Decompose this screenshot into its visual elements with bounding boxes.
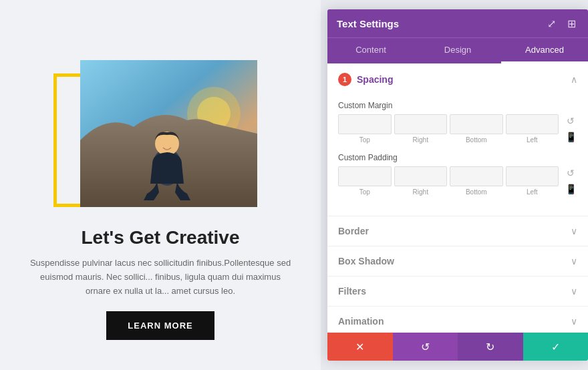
- box-shadow-section: Box Shadow ∨: [327, 246, 588, 276]
- padding-inputs: Top Right Bottom: [338, 166, 559, 196]
- tab-advanced[interactable]: Advanced: [501, 38, 588, 63]
- custom-margin-group: Custom Margin Top Right: [338, 101, 577, 144]
- grid-icon[interactable]: ⊞: [564, 16, 579, 31]
- margin-top-label: Top: [359, 136, 370, 144]
- animation-section: Animation ∨: [327, 307, 588, 333]
- custom-padding-group: Custom Padding Top Right: [338, 153, 577, 196]
- settings-panel: Text Settings ⤢ ⊞ Content Design Advance…: [327, 9, 588, 361]
- custom-padding-label: Custom Padding: [338, 153, 577, 162]
- margin-bottom-wrap: Bottom: [450, 114, 503, 144]
- margin-right-wrap: Right: [394, 114, 448, 144]
- padding-bottom-input[interactable]: [450, 166, 503, 186]
- filters-section-header[interactable]: Filters ∨: [327, 276, 588, 306]
- margin-right-label: Right: [413, 136, 428, 144]
- margin-left-wrap: Left: [506, 114, 559, 144]
- photo-container: [63, 60, 257, 214]
- padding-top-wrap: Top: [338, 166, 392, 196]
- margin-right-input[interactable]: [394, 114, 448, 134]
- spacing-title-row: 1 Spacing: [338, 73, 393, 86]
- preview-text-area: Let's Get Creative Suspendisse pulvinar …: [0, 214, 321, 340]
- padding-reset-icon[interactable]: ↺: [564, 166, 577, 180]
- panel-tabs: Content Design Advanced: [327, 37, 588, 63]
- padding-inputs-row: Top Right Bottom: [338, 166, 577, 196]
- margin-left-label: Left: [527, 136, 538, 144]
- padding-right-label: Right: [413, 188, 428, 196]
- animation-section-title: Animation: [338, 316, 384, 327]
- box-shadow-section-header[interactable]: Box Shadow ∨: [327, 246, 588, 276]
- redo-icon: ↻: [486, 341, 494, 353]
- cancel-icon: ✕: [355, 341, 364, 353]
- filters-section-title: Filters: [338, 286, 366, 297]
- box-shadow-title-row: Box Shadow: [338, 256, 394, 266]
- margin-bottom-label: Bottom: [466, 136, 487, 144]
- padding-bottom-wrap: Bottom: [450, 166, 503, 196]
- padding-device-icon[interactable]: 📱: [564, 182, 577, 196]
- panel-content: 1 Spacing ∧ Custom Margin Top: [327, 63, 588, 333]
- padding-left-label: Left: [527, 188, 538, 196]
- padding-top-input[interactable]: [338, 166, 392, 186]
- margin-top-input[interactable]: [338, 114, 392, 134]
- save-button[interactable]: ✓: [523, 333, 589, 361]
- animation-section-header[interactable]: Animation ∨: [327, 307, 588, 333]
- panel-footer: ✕ ↺ ↻ ✓: [327, 333, 588, 361]
- margin-reset-icon[interactable]: ↺: [564, 114, 577, 128]
- redo-button[interactable]: ↻: [458, 333, 523, 361]
- spacing-chevron-up: ∧: [571, 74, 577, 85]
- spacing-section-title: Spacing: [357, 74, 393, 85]
- save-icon: ✓: [551, 341, 560, 353]
- cancel-button[interactable]: ✕: [327, 333, 393, 361]
- margin-device-icon[interactable]: 📱: [564, 130, 577, 144]
- animation-title-row: Animation: [338, 316, 384, 327]
- margin-inputs: Top Right Bottom: [338, 114, 559, 144]
- border-section: Border ∨: [327, 216, 588, 246]
- preview-area: Let's Get Creative Suspendisse pulvinar …: [0, 0, 321, 370]
- panel-header-icons: ⤢ ⊞: [544, 16, 579, 31]
- spacing-section: 1 Spacing ∧ Custom Margin Top: [327, 63, 588, 216]
- spacing-section-number: 1: [338, 73, 351, 86]
- padding-bottom-label: Bottom: [466, 188, 487, 196]
- padding-action-icons: ↺ 📱: [564, 166, 577, 196]
- animation-chevron: ∨: [571, 316, 577, 327]
- panel-title: Text Settings: [337, 18, 399, 29]
- border-title-row: Border: [338, 226, 369, 236]
- learn-more-button[interactable]: LEARN MORE: [106, 311, 214, 340]
- reset-icon: ↺: [421, 341, 430, 353]
- padding-left-wrap: Left: [506, 166, 559, 196]
- spacing-section-header[interactable]: 1 Spacing ∧: [327, 63, 588, 96]
- tab-content[interactable]: Content: [327, 38, 414, 63]
- border-chevron: ∨: [571, 226, 577, 236]
- margin-inputs-row: Top Right Bottom: [338, 114, 577, 144]
- margin-left-input[interactable]: [506, 114, 559, 134]
- filters-section: Filters ∨: [327, 276, 588, 307]
- reset-button[interactable]: ↺: [393, 333, 458, 361]
- tab-design[interactable]: Design: [414, 38, 501, 63]
- fullscreen-icon[interactable]: ⤢: [544, 16, 559, 31]
- border-section-title: Border: [338, 226, 369, 236]
- preview-headline: Let's Get Creative: [27, 227, 294, 248]
- padding-right-wrap: Right: [394, 166, 448, 196]
- box-shadow-section-title: Box Shadow: [338, 256, 394, 266]
- padding-top-label: Top: [359, 188, 370, 196]
- padding-left-input[interactable]: [506, 166, 559, 186]
- hero-photo: [80, 60, 257, 207]
- margin-action-icons: ↺ 📱: [564, 114, 577, 144]
- custom-margin-label: Custom Margin: [338, 101, 577, 110]
- padding-right-input[interactable]: [394, 166, 448, 186]
- filters-title-row: Filters: [338, 286, 366, 297]
- box-shadow-chevron: ∨: [571, 256, 577, 266]
- panel-header: Text Settings ⤢ ⊞: [327, 9, 588, 37]
- border-section-header[interactable]: Border ∨: [327, 216, 588, 246]
- filters-chevron: ∨: [571, 286, 577, 297]
- margin-bottom-input[interactable]: [450, 114, 503, 134]
- margin-top-wrap: Top: [338, 114, 392, 144]
- spacing-content: Custom Margin Top Right: [327, 96, 588, 216]
- preview-body: Suspendisse pulvinar lacus nec sollicitu…: [27, 256, 294, 298]
